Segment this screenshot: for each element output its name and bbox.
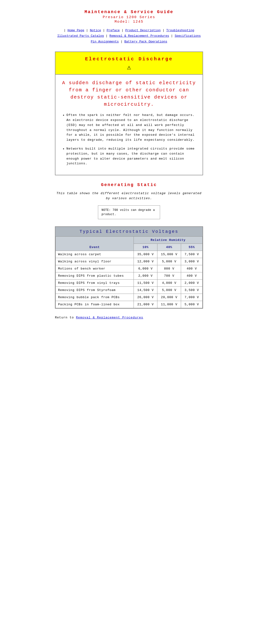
page-model: Model: 1245 [55, 20, 203, 24]
h10-cell-2: 6,000 V [134, 265, 157, 272]
h55-cell-3: 400 V [181, 272, 203, 279]
table-row: Removing bubble pack from PCBs 26,000 V … [56, 294, 203, 301]
event-cell-0: Walking across carpet [56, 251, 134, 258]
table-row: Motions of bench worker 6,000 V 800 V 40… [56, 265, 203, 272]
event-column-header: Event [56, 236, 134, 251]
page-title: Maintenance & Service Guide [55, 10, 203, 14]
h55-cell-0: 7,500 V [181, 251, 203, 258]
h40-cell-6: 20,000 V [157, 294, 181, 301]
nav-troubleshooting[interactable]: Troubleshooting [166, 28, 194, 32]
nav-product-description[interactable]: Product Description [125, 28, 161, 32]
nav-notice[interactable]: Notice [90, 28, 101, 32]
h10-cell-1: 12,000 V [134, 258, 157, 265]
h10-cell-6: 26,000 V [134, 294, 157, 301]
humidity-40-header: 40% [157, 244, 181, 251]
relative-humidity-header: Relative Humidity [134, 236, 203, 244]
nav-home[interactable]: Home Page [68, 28, 84, 32]
h10-cell-3: 2,000 V [134, 272, 157, 279]
h10-cell-0: 35,000 V [134, 251, 157, 258]
h55-cell-1: 3,000 V [181, 258, 203, 265]
h40-cell-3: 700 V [157, 272, 181, 279]
h10-cell-4: 11,500 V [134, 279, 157, 286]
h40-cell-0: 15,000 V [157, 251, 181, 258]
h55-cell-6: 7,000 V [181, 294, 203, 301]
nav-preface[interactable]: Preface [106, 28, 120, 32]
esd-bullet-2: Networks built into multiple integrated … [66, 146, 197, 166]
h40-cell-5: 5,000 V [157, 286, 181, 294]
page-subtitle: Presario 1200 Series [55, 15, 203, 19]
h55-cell-2: 400 V [181, 265, 203, 272]
event-cell-5: Removing DIPS from Styrofoam [56, 286, 134, 294]
nav-illustrated-parts[interactable]: Illustrated Parts Catalog [57, 34, 104, 38]
nav-battery[interactable]: Battery Pack Operations [124, 40, 167, 44]
h40-cell-4: 4,000 V [157, 279, 181, 286]
humidity-55-header: 55% [181, 244, 203, 251]
nav-bar: | Home Page | Notice | Preface | Product… [55, 28, 203, 44]
event-cell-3: Removing DIPS from plastic tubes [56, 272, 134, 279]
event-cell-6: Removing bubble pack from PCBs [56, 294, 134, 301]
table-row: Removing DIPS from Styrofoam 14,500 V 5,… [56, 286, 203, 294]
esd-bullets-list: Often the spark is neither felt nor hear… [61, 113, 197, 166]
nav-specifications[interactable]: Specifications [175, 34, 201, 38]
return-link[interactable]: Removal & Replacement Procedures [76, 316, 143, 320]
return-link-paragraph: Return to Removal & Replacement Procedur… [55, 316, 203, 320]
event-cell-2: Motions of bench worker [56, 265, 134, 272]
voltage-table: Event Relative Humidity 10% 40% 55% Walk… [55, 236, 203, 308]
h40-cell-1: 5,000 V [157, 258, 181, 265]
warning-icon: ⚠ [58, 63, 200, 71]
table-row: Walking across carpet 35,000 V 15,000 V … [56, 251, 203, 258]
esd-header-title: Electrostatic Discharge [58, 56, 200, 62]
h55-cell-5: 3,500 V [181, 286, 203, 294]
return-text: Return to [55, 316, 74, 320]
esd-header: Electrostatic Discharge ⚠ [55, 52, 203, 74]
generating-static-description: This table shows the different electrost… [55, 191, 203, 201]
event-cell-4: Removing DIPS from vinyl trays [56, 279, 134, 286]
humidity-10-header: 10% [134, 244, 157, 251]
h10-cell-7: 21,000 V [134, 301, 157, 308]
h40-cell-7: 11,000 V [157, 301, 181, 308]
table-row: Removing DIPS from plastic tubes 2,000 V… [56, 272, 203, 279]
esd-bullet-1: Often the spark is neither felt nor hear… [66, 113, 197, 143]
note-box: NOTE: 700 volts can degrade a product. [98, 205, 160, 219]
esd-body: A sudden discharge of static electricity… [55, 74, 203, 175]
voltage-table-wrapper: Typical Electrostatic Voltages Event Rel… [55, 226, 203, 309]
generating-static-heading: Generating Static [55, 182, 203, 187]
esd-main-text: A sudden discharge of static electricity… [61, 80, 197, 108]
nav-removal[interactable]: Removal & Replacement Procedures [109, 34, 169, 38]
h40-cell-2: 800 V [157, 265, 181, 272]
nav-pin-assignments[interactable]: Pin Assignments [91, 40, 119, 44]
h10-cell-5: 14,500 V [134, 286, 157, 294]
voltage-table-title: Typical Electrostatic Voltages [55, 227, 203, 236]
event-cell-1: Walking across vinyl floor [56, 258, 134, 265]
table-row: Walking across vinyl floor 12,000 V 5,00… [56, 258, 203, 265]
h55-cell-4: 2,000 V [181, 279, 203, 286]
esd-box: Electrostatic Discharge ⚠ A sudden disch… [55, 52, 203, 175]
table-row: Packing PCBs in foam-lined box 21,000 V … [56, 301, 203, 308]
table-row: Removing DIPS from vinyl trays 11,500 V … [56, 279, 203, 286]
h55-cell-7: 5,000 V [181, 301, 203, 308]
event-cell-7: Packing PCBs in foam-lined box [56, 301, 134, 308]
